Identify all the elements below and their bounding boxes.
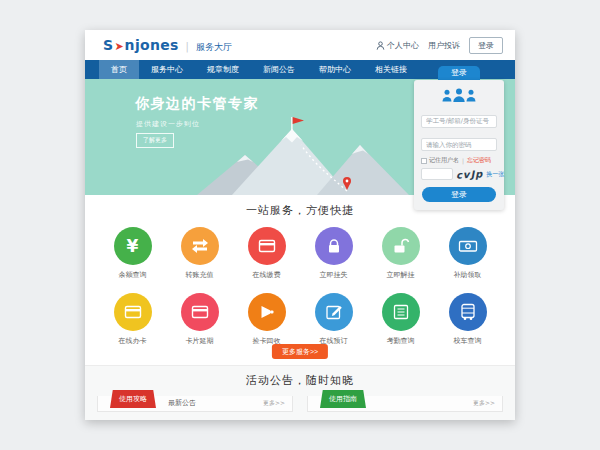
card-icon <box>190 302 210 322</box>
page-card: S➤njones | 服务大厅 个人中心 用户投诉 登录 首页 服务中心 规章制… <box>85 30 515 420</box>
service-online-payment[interactable]: 在线缴费 <box>236 227 298 280</box>
tab-usage-strategy[interactable]: 使用攻略 <box>110 390 156 408</box>
service-circle <box>181 227 219 265</box>
service-label: 校车查询 <box>437 336 499 346</box>
service-label: 转账充值 <box>169 270 231 280</box>
hero-title: 你身边的卡管专家 <box>135 95 259 113</box>
service-online-booking[interactable]: 在线预订 <box>303 293 365 346</box>
service-label: 余额查询 <box>102 270 164 280</box>
lock-icon <box>324 236 344 256</box>
announcement-col-left: 使用攻略 最新公告 更多>> <box>97 396 293 412</box>
announcement-header-left: 使用攻略 最新公告 更多>> <box>97 396 293 412</box>
service-attendance[interactable]: 考勤查询 <box>370 293 432 346</box>
captcha-input[interactable] <box>421 168 453 180</box>
edit-icon <box>324 302 344 322</box>
service-label: 补助领取 <box>437 270 499 280</box>
login-panel-tab[interactable]: 登录 <box>438 66 480 80</box>
captcha-row: cvJp 换一张 <box>421 168 497 180</box>
service-label: 立即挂失 <box>303 270 365 280</box>
service-balance-inquiry[interactable]: ¥ 余额查询 <box>102 227 164 280</box>
remember-label: 记住用户名 <box>429 156 459 165</box>
service-card-recovery[interactable]: 捡卡回收 <box>236 293 298 346</box>
personal-center-label: 个人中心 <box>387 40 419 51</box>
user-complaints-label: 用户投诉 <box>428 40 460 51</box>
service-label: 在线办卡 <box>102 336 164 346</box>
service-circle <box>248 227 286 265</box>
logo-divider: | <box>186 41 189 52</box>
nav-item-home[interactable]: 首页 <box>99 60 139 79</box>
nav-item-rules[interactable]: 规章制度 <box>195 60 251 79</box>
logo-text: S <box>103 37 113 53</box>
service-label: 卡片延期 <box>169 336 231 346</box>
transfer-icon <box>190 236 210 256</box>
header-right: 个人中心 用户投诉 登录 <box>376 37 503 54</box>
unlock-icon <box>391 236 411 256</box>
hero-cta-button[interactable]: 了解更多 <box>136 133 174 148</box>
service-card-extension[interactable]: 卡片延期 <box>169 293 231 346</box>
card-icon <box>257 236 277 256</box>
separator: | <box>462 157 464 164</box>
service-circle <box>449 293 487 331</box>
nav-item-service-center[interactable]: 服务中心 <box>139 60 195 79</box>
list-icon <box>391 302 411 322</box>
more-link-right[interactable]: 更多>> <box>473 395 502 411</box>
service-circle <box>382 227 420 265</box>
service-report-loss[interactable]: 立即挂失 <box>303 227 365 280</box>
login-submit-button[interactable]: 登录 <box>422 187 496 202</box>
captcha-refresh-link[interactable]: 换一张 <box>486 170 504 179</box>
tab-usage-guide[interactable]: 使用指南 <box>320 390 366 408</box>
service-circle: ¥ <box>114 227 152 265</box>
banknote-icon <box>458 236 478 256</box>
service-school-bus[interactable]: 校车查询 <box>437 293 499 346</box>
mountain-illustration <box>197 115 409 195</box>
service-circle <box>248 293 286 331</box>
user-complaints-link[interactable]: 用户投诉 <box>428 40 460 51</box>
service-label: 立即解挂 <box>370 270 432 280</box>
person-icon <box>376 41 385 50</box>
nav-item-news[interactable]: 新闻公告 <box>251 60 307 79</box>
service-subsidy-collect[interactable]: 补助领取 <box>437 227 499 280</box>
service-online-card[interactable]: 在线办卡 <box>102 293 164 346</box>
logo-arrow-icon: ➤ <box>113 40 124 53</box>
service-label: 考勤查询 <box>370 336 432 346</box>
service-circle <box>382 293 420 331</box>
more-link-left[interactable]: 更多>> <box>263 395 292 411</box>
forgot-password-link[interactable]: 忘记密码 <box>467 156 491 165</box>
bus-icon <box>458 302 478 322</box>
yuan-icon: ¥ <box>127 236 139 256</box>
login-form: 记住用户名 | 忘记密码 cvJp 换一张 登录 <box>414 80 504 210</box>
password-input[interactable] <box>421 138 497 151</box>
service-circle <box>449 227 487 265</box>
announcements-title: 活动公告，随时知晓 <box>85 366 515 388</box>
service-unfreeze[interactable]: 立即解挂 <box>370 227 432 280</box>
remember-checkbox[interactable] <box>421 158 427 164</box>
services-section: 一站服务，方便快捷 ¥ 余额查询 转账充值 在线缴费 <box>85 195 515 365</box>
username-input[interactable] <box>421 115 497 128</box>
nav-item-links[interactable]: 相关链接 <box>363 60 419 79</box>
services-row-1: ¥ 余额查询 转账充值 在线缴费 立即挂失 <box>85 227 515 280</box>
tab-latest-announcements[interactable]: 最新公告 <box>168 395 196 411</box>
service-label: 在线缴费 <box>236 270 298 280</box>
service-transfer-recharge[interactable]: 转账充值 <box>169 227 231 280</box>
header-login-button[interactable]: 登录 <box>469 37 503 54</box>
more-services-button[interactable]: 更多服务>> <box>272 344 328 359</box>
service-circle <box>315 293 353 331</box>
top-header: S➤njones | 服务大厅 个人中心 用户投诉 登录 <box>85 30 515 60</box>
captcha-image: cvJp <box>456 168 484 180</box>
card-icon <box>123 302 143 322</box>
service-circle <box>181 293 219 331</box>
announcement-col-right: 使用指南 更多>> <box>307 396 503 412</box>
announcements-section: 活动公告，随时知晓 使用攻略 最新公告 更多>> 使用指南 更多>> <box>85 365 515 420</box>
megaphone-icon <box>257 302 277 322</box>
services-row-2: 在线办卡 卡片延期 捡卡回收 在线预订 <box>85 293 515 346</box>
users-icon <box>441 87 477 103</box>
logo-subtitle: 服务大厅 <box>196 41 232 54</box>
logo[interactable]: S➤njones | 服务大厅 <box>103 37 232 54</box>
remember-row: 记住用户名 | 忘记密码 <box>421 156 497 165</box>
announcement-columns: 使用攻略 最新公告 更多>> 使用指南 更多>> <box>85 396 515 412</box>
nav-item-help-center[interactable]: 帮助中心 <box>307 60 363 79</box>
service-circle <box>114 293 152 331</box>
hero-subtitle: 提供建设一步到位 <box>136 119 200 129</box>
personal-center-link[interactable]: 个人中心 <box>376 40 419 51</box>
logo-text: njones <box>125 37 179 53</box>
